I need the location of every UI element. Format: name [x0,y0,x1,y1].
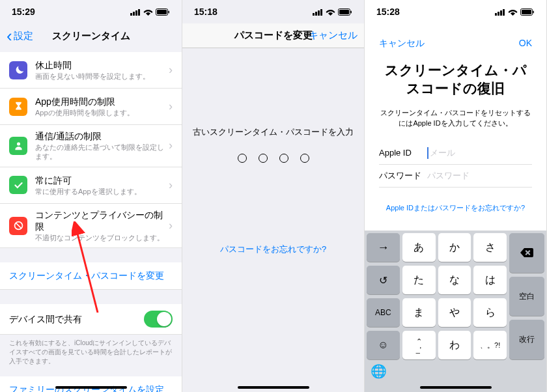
chevron-icon: › [169,100,173,113]
item-subtitle: Appの使用時間を制限します。 [35,108,169,117]
item-title: 休止時間 [35,59,169,71]
passcode-dot [238,154,247,163]
key-ha[interactable]: は [473,266,507,294]
key-ya[interactable]: や [438,298,471,327]
svg-rect-16 [339,10,349,14]
share-description: これを有効にすると、iCloudにサインインしているデバイスすべての画面を見てい… [0,335,182,370]
settings-item-3[interactable]: 常に許可常に使用するAppを選択します。 › [0,167,182,204]
cancel-button[interactable]: キャンセル [309,29,358,42]
clock: 15:28 [376,7,400,17]
password-input[interactable]: パスワード [427,170,470,182]
family-screen-time-link[interactable]: ファミリーのスクリーンタイムを設定 [0,376,182,392]
share-toggle[interactable] [144,311,173,328]
status-icons [130,8,170,16]
passcode-dot [279,154,288,163]
key-na[interactable]: な [438,266,471,294]
modal-title: スクリーンタイム・パスコードの復旧 [379,61,532,98]
home-indicator[interactable] [55,386,127,389]
item-title: 通信/通話の制限 [35,130,169,142]
settings-item-4[interactable]: コンテンツとプライバシーの制限不適切なコンテンツをブロックします。 › [0,204,182,249]
forgot-apple-id-link[interactable]: Apple IDまたはパスワードをお忘れですか? [379,203,532,213]
page-title: スクリーンタイム [52,30,130,42]
key-backspace[interactable] [509,233,544,273]
share-across-devices[interactable]: デバイス間で共有 [0,304,182,335]
status-icons [495,8,535,16]
home-indicator[interactable] [420,386,492,389]
item-subtitle: あなたの連絡先に基づいて制限を設定します。 [35,143,169,161]
svg-rect-6 [169,10,170,13]
apple-id-input[interactable]: メール [427,147,455,159]
status-icons [313,8,352,16]
clock: 15:18 [194,7,217,17]
svg-rect-14 [320,9,322,16]
key-ma[interactable]: ま [402,298,436,327]
key-sa[interactable]: さ [473,233,507,262]
key-abc[interactable]: ABC [367,298,400,327]
item-subtitle: 画面を見ない時間帯を設定します。 [35,72,169,81]
nav-bar: 設定 スクリーンタイム [0,23,182,48]
key-space[interactable]: 空白 [509,277,544,316]
passcode-recovery-screen: 15:28 キャンセル OK スクリーンタイム・パスコードの復旧 スクリーンタイ… [365,0,547,392]
status-bar: 15:28 [365,0,546,23]
status-bar: 15:18 [182,0,364,23]
keyboard: → あ か さ ↺ た な は ABC ま や ら [365,231,546,392]
svg-rect-20 [500,10,502,16]
item-icon [9,176,27,194]
chevron-icon: › [169,219,173,232]
home-indicator[interactable] [238,386,309,389]
apple-id-field[interactable]: Apple ID メール [379,142,532,165]
key-a[interactable]: あ [402,233,436,262]
back-button[interactable]: 設定 [7,30,33,42]
key-punct[interactable]: 、。?! [473,331,507,359]
settings-item-1[interactable]: App使用時間の制限Appの使用時間を制限します。 › [0,89,182,125]
item-icon [9,98,27,116]
item-subtitle: 常に使用するAppを選択します。 [35,187,169,196]
forgot-passcode-link[interactable]: パスコードをお忘れですか? [182,244,364,255]
svg-rect-24 [533,10,535,13]
svg-rect-11 [313,13,315,16]
item-icon [9,61,27,79]
svg-rect-21 [503,9,505,16]
item-title: コンテンツとプライバシーの制限 [35,209,169,232]
chevron-icon: › [169,63,173,77]
svg-point-7 [16,143,20,146]
passcode-dots [238,154,309,163]
settings-item-0[interactable]: 休止時間画面を見ない時間帯を設定します。 › [0,52,182,89]
globe-icon[interactable]: 🌐 [371,363,387,379]
item-subtitle: 不適切なコンテンツをブロックします。 [35,233,169,242]
page-title: パスコードを変更 [234,29,313,42]
item-title: 常に許可 [35,175,169,186]
change-passcode-link[interactable]: スクリーンタイム・パスコードを変更 [0,262,182,290]
svg-rect-12 [315,12,317,16]
svg-rect-1 [133,12,135,16]
recovery-modal: キャンセル OK スクリーンタイム・パスコードの復旧 スクリーンタイム・パスコー… [370,29,541,253]
key-undo[interactable]: ↺ [367,266,400,294]
key-enter[interactable]: 改行 [509,320,544,359]
key-emoji[interactable]: ☺ [367,331,400,359]
ok-button[interactable]: OK [519,38,532,49]
svg-line-9 [16,223,21,229]
key-ra[interactable]: ら [473,298,507,327]
svg-rect-19 [498,12,499,16]
nav-bar: パスコードを変更 キャンセル [182,23,364,48]
chevron-icon: › [169,178,173,192]
svg-rect-18 [495,13,497,16]
cancel-button[interactable]: キャンセル [379,38,425,49]
status-bar: 15:29 [0,0,182,23]
item-icon [9,217,27,235]
svg-rect-5 [157,10,167,14]
key-small[interactable]: ⌃_' [402,331,436,359]
password-field[interactable]: パスワード パスワード [379,165,532,188]
svg-rect-17 [351,10,352,13]
key-ta[interactable]: た [402,266,436,294]
key-ka[interactable]: か [438,233,471,262]
key-wa[interactable]: わ [438,331,471,359]
svg-rect-13 [318,10,320,16]
svg-rect-3 [138,9,140,16]
key-arrow[interactable]: → [367,233,400,262]
item-icon [9,137,27,155]
svg-rect-23 [522,10,531,14]
settings-item-2[interactable]: 通信/通話の制限あなたの連絡先に基づいて制限を設定します。 › [0,125,182,167]
passcode-prompt: 古いスクリーンタイム・パスコードを入力 [193,126,354,138]
clock: 15:29 [12,7,35,17]
